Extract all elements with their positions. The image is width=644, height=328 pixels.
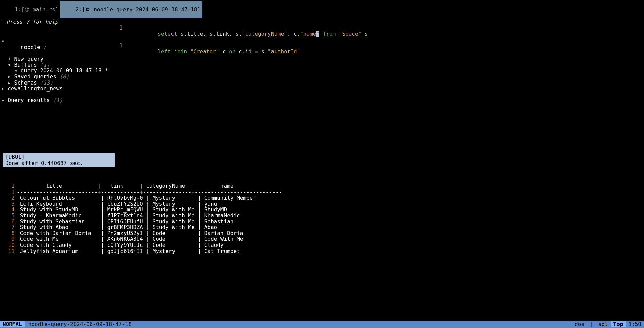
buffers-node[interactable]: Buffers (1): [0, 62, 111, 68]
saved-count: (0): [59, 73, 69, 80]
results-pane[interactable]: 1 title | link | categoryName | name 1 -…: [0, 183, 255, 254]
table-sep: -------------------------+------------+-…: [17, 189, 282, 195]
editor-line-1[interactable]: 1 select s.title, s.link, s."categoryNam…: [111, 25, 644, 43]
editor-line-2[interactable]: 1 left join "Creator" c on c.id = s."aut…: [111, 43, 644, 60]
query-results-node[interactable]: Query results (1): [0, 97, 111, 103]
l1-str3: "Space": [339, 31, 361, 37]
results-label: Query results: [8, 97, 53, 103]
l2-c: c.id = s.: [236, 48, 268, 55]
table-row[interactable]: 8 Code with Darian Doria | Pn2mzyU52yI |…: [0, 230, 255, 236]
table-row[interactable]: 4 Study with StudyMD | MrkPc_mFQWU | Stu…: [0, 207, 255, 213]
row-gutter: 11: [0, 248, 17, 254]
row-content: Study with StudyMD | MrkPc_mFQWU | Study…: [17, 207, 227, 213]
row-gutter: 4: [0, 207, 17, 213]
status-bar: NORMAL noodle-query-2024-06-09-18-47-18 …: [0, 321, 644, 328]
results-count: (1): [53, 97, 63, 103]
table-row[interactable]: 3 Lofi Keyboard | cbuZfY2S2UQ | Mystery …: [0, 201, 255, 207]
table-row[interactable]: 11 Jellyfish Aquarium | gdJjc6l6iII | My…: [0, 248, 255, 254]
new-query[interactable]: New query: [0, 56, 111, 62]
tab-bar: 1:[⌬ main.rs] 2:[🗎 noodle-query-2024-06-…: [0, 0, 644, 19]
buffers-count: (1): [40, 62, 50, 68]
status-position: Top: [611, 321, 626, 327]
tab1-name: main.rs]: [29, 6, 58, 13]
l1-mid: s.title, s.link, s.: [177, 31, 242, 37]
table-row[interactable]: 5 Study - KharmaMedic | fJP7c8xt1n4 | St…: [0, 213, 255, 219]
spacer: [0, 92, 111, 98]
tab-noodle-query[interactable]: 2:[🗎 noodle-query-2024-06-09-18-47-18]: [60, 1, 202, 18]
schemas-node[interactable]: Schemas (13): [0, 80, 111, 86]
l1-str2a: "name: [300, 31, 316, 37]
row-gutter: 10: [0, 242, 17, 248]
table-row[interactable]: 6 Study with Sebastian | CPIi6JEUufU | S…: [0, 219, 255, 225]
row-gutter: 2: [0, 195, 17, 201]
table-row[interactable]: 2 Colourful Bubbles | RhlQvbvMg-0 | Myst…: [0, 195, 255, 201]
row-gutter: 6: [0, 219, 17, 225]
rgutter-h: 1: [0, 183, 17, 189]
notify-tag: [DBUI]: [5, 154, 113, 160]
row-gutter: 7: [0, 224, 17, 230]
tab-main-rs[interactable]: 1:[⌬ main.rs]: [0, 1, 60, 18]
row-content: Study - KharmaMedic | fJP7c8xt1n4 | Stud…: [17, 213, 240, 219]
row-content: Code with Me | XKn6NKGA3U4 | Code | Code…: [17, 236, 243, 242]
row-content: Colourful Bubbles | RhlQvbvMg-0 | Myster…: [17, 195, 256, 201]
l1-str1: "categoryName": [242, 31, 287, 37]
table-sep-row: 1 -------------------------+------------…: [0, 189, 255, 195]
tab2-prefix: 2:[: [76, 6, 85, 13]
kw-select: select: [158, 31, 177, 37]
row-content: Code with Claudy | cQTYy9YULJc | Code | …: [17, 242, 224, 248]
kw-on: on: [229, 48, 235, 55]
status-colrow: 1:50: [626, 321, 644, 327]
l2-b: c: [219, 48, 229, 55]
status-filetype: sql: [596, 321, 611, 327]
connection-cewallington[interactable]: cewallington_news: [0, 86, 111, 92]
l1-mid2: , c.: [287, 31, 300, 37]
l2-str2: "authorId": [268, 48, 300, 55]
buffer-item-label: query-2024-06-09-18-47-18 *: [21, 67, 108, 74]
check-icon: ✓: [43, 44, 47, 50]
row-content: Lofi Keyboard | cbuZfY2S2UQ | Mystery | …: [17, 201, 220, 207]
cursor: ": [316, 31, 319, 37]
notify-msg: Done after 0.440687 sec.: [5, 160, 113, 166]
connection-noodle[interactable]: noodle ✓: [0, 38, 111, 56]
row-content: Jellyfish Aquarium | gdJjc6l6iII | Myste…: [17, 248, 240, 254]
kw-leftjoin: left join: [158, 48, 190, 55]
gutter-2: 1: [111, 43, 126, 60]
file-icon: 🗎: [85, 6, 91, 13]
db2-label: cewallington_news: [8, 85, 63, 92]
row-content: Code with Darian Doria | Pn2mzyU52yI | C…: [17, 230, 243, 236]
l2-str1: "Creator": [190, 48, 219, 55]
row-content: Study with Sebastian | CPIi6JEUufU | Stu…: [17, 219, 233, 225]
table-row[interactable]: 9 Code with Me | XKn6NKGA3U4 | Code | Co…: [0, 236, 255, 242]
row-gutter: 3: [0, 201, 17, 207]
tab1-prefix: 1:: [15, 6, 21, 13]
status-mode: NORMAL: [0, 321, 25, 327]
schemas-count: (13): [40, 79, 53, 86]
editor-pane[interactable]: 1 select s.title, s.link, s."categoryNam…: [111, 25, 644, 328]
table-row[interactable]: 10 Code with Claudy | cQTYy9YULJc | Code…: [0, 242, 255, 248]
conn-label: noodle: [21, 44, 43, 50]
row-content: Study with Abao | grBFMP3HDZA | Study Wi…: [17, 224, 217, 230]
row-gutter: 5: [0, 213, 17, 219]
sidebar: noodle ✓ New query Buffers (1) query-202…: [0, 25, 111, 328]
row-gutter: 8: [0, 230, 17, 236]
row-gutter: 9: [0, 236, 17, 242]
new-query-label: New query: [14, 56, 44, 62]
l1-end: s: [361, 31, 368, 37]
tab2-name: noodle-query-2024-06-09-18-47-18]: [91, 6, 201, 13]
table-header-row: 1 title | link | categoryName | name: [0, 183, 255, 189]
saved-queries-node[interactable]: Saved queries (0): [0, 74, 111, 80]
rust-icon: [⌬: [21, 6, 30, 13]
schemas-label: Schemas: [14, 79, 40, 86]
saved-label: Saved queries: [14, 73, 60, 80]
buffer-item[interactable]: query-2024-06-09-18-47-18 *: [0, 68, 111, 74]
status-encoding: dos: [572, 321, 587, 327]
table-header: title | link | categoryName | name: [17, 183, 233, 189]
status-file: noodle-query-2024-06-09-18-47-18: [25, 321, 135, 327]
dbui-notification: [DBUI] Done after 0.440687 sec.: [3, 153, 115, 167]
kw-from: from: [319, 31, 339, 37]
rgutter-s: 1: [0, 189, 17, 195]
buffers-label: Buffers: [14, 62, 40, 68]
gutter-1: 1: [111, 25, 126, 43]
help-hint: " Press ? for help: [0, 19, 644, 25]
table-row[interactable]: 7 Study with Abao | grBFMP3HDZA | Study …: [0, 224, 255, 230]
